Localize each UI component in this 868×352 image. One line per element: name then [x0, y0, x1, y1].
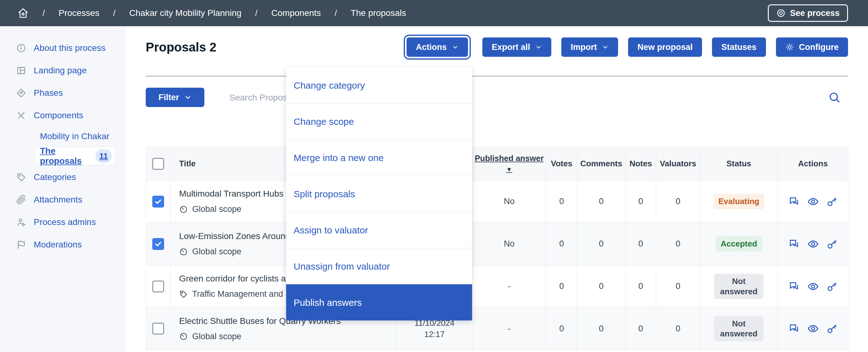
row-select-cell: [146, 223, 170, 266]
permissions-key-icon[interactable]: [827, 196, 838, 207]
see-process-button[interactable]: See process: [768, 4, 848, 22]
preview-eye-icon[interactable]: [807, 238, 819, 250]
sidebar-item-about[interactable]: About this process: [0, 37, 126, 59]
menu-item-change-category[interactable]: Change category: [286, 67, 472, 103]
paperclip-icon: [16, 195, 26, 205]
statuses-label: Statuses: [721, 42, 756, 52]
sidebar-item-label: Moderations: [34, 240, 82, 250]
page-title: Proposals 2: [146, 40, 217, 54]
breadcrumb-process-name[interactable]: Chakar city Mobility Planning: [129, 8, 242, 18]
chevron-down-icon: [602, 44, 609, 51]
header-comments: Comments: [577, 147, 626, 181]
comments-cell: 0: [577, 266, 626, 307]
row-checkbox[interactable]: [152, 238, 164, 250]
sidebar-item-the-proposals[interactable]: The proposals 11: [35, 147, 116, 165]
menu-item-split-proposals[interactable]: Split proposals: [286, 176, 472, 212]
layout-icon: [16, 65, 26, 76]
sidebar-item-landing-page[interactable]: Landing page: [0, 59, 126, 82]
row-select-cell: [146, 181, 170, 223]
valuators-cell: 0: [656, 223, 700, 266]
filter-button[interactable]: Filter: [146, 88, 204, 107]
menu-item-change-scope[interactable]: Change scope: [286, 103, 472, 140]
preview-eye-icon[interactable]: [807, 323, 819, 334]
new-proposal-label: New proposal: [638, 42, 693, 52]
export-all-label: Export all: [492, 42, 530, 52]
comment-icon[interactable]: [788, 238, 800, 250]
sidebar-item-label: Phases: [34, 88, 63, 98]
tools-icon: [16, 111, 26, 120]
page-head: Proposals 2 Actions Export all Import: [126, 37, 868, 57]
comment-icon[interactable]: [788, 196, 800, 207]
table-row-partial: [146, 350, 848, 352]
notes-cell: 0: [626, 223, 656, 266]
home-icon[interactable]: [18, 7, 29, 19]
tag-icon: [179, 290, 188, 299]
sidebar-item-process-admins[interactable]: Process admins: [0, 211, 126, 233]
sidebar-item-mobility-in-chakar[interactable]: Mobility in Chakar: [0, 127, 126, 146]
permissions-key-icon[interactable]: [827, 238, 838, 250]
configure-button[interactable]: Configure: [776, 37, 848, 57]
actions-button[interactable]: Actions: [407, 37, 468, 57]
status-badge: Not answered: [714, 274, 764, 299]
comment-icon[interactable]: [788, 281, 800, 292]
search-icon[interactable]: [828, 91, 841, 104]
row-checkbox[interactable]: [152, 323, 164, 334]
published-answer-cell: -: [472, 266, 546, 307]
clock-icon: [179, 205, 188, 214]
status-cell: Not answered: [700, 307, 778, 350]
header-actions: Actions: [778, 147, 848, 181]
votes-cell: 0: [546, 181, 577, 223]
permissions-key-icon[interactable]: [827, 281, 838, 292]
sidebar-item-label: Attachments: [34, 195, 82, 205]
breadcrumb-current[interactable]: The proposals: [351, 8, 406, 18]
sidebar-active-label: The proposals: [40, 146, 90, 166]
sort-desc-icon: ▼: [506, 166, 512, 173]
chevron-down-icon: [452, 44, 459, 51]
eye-circle-icon: [776, 8, 786, 18]
select-all-checkbox[interactable]: [152, 158, 164, 170]
configure-label: Configure: [799, 42, 839, 52]
published-answer-sort-link[interactable]: Published answer ▼: [472, 153, 546, 175]
sidebar-item-label: Landing page: [34, 65, 87, 76]
new-proposal-button[interactable]: New proposal: [628, 37, 702, 57]
published-answer-cell: No: [472, 223, 546, 266]
preview-eye-icon[interactable]: [807, 281, 819, 292]
valuators-cell: 0: [656, 181, 700, 223]
sidebar-item-categories[interactable]: Categories: [0, 166, 126, 188]
permissions-key-icon[interactable]: [827, 323, 838, 334]
sidebar-item-components[interactable]: Components: [0, 104, 126, 127]
menu-item-assign-to-valuator[interactable]: Assign to valuator: [286, 212, 472, 248]
row-checkbox[interactable]: [152, 281, 164, 292]
header-votes: Votes: [546, 147, 577, 181]
published-time: 12:17: [397, 329, 472, 340]
statuses-button[interactable]: Statuses: [712, 37, 766, 57]
import-button[interactable]: Import: [561, 37, 618, 57]
sidebar-item-attachments[interactable]: Attachments: [0, 188, 126, 211]
status-badge: Accepted: [715, 236, 762, 252]
preview-eye-icon[interactable]: [807, 196, 819, 207]
sidebar-item-phases[interactable]: Phases: [0, 82, 126, 104]
row-checkbox[interactable]: [152, 196, 164, 207]
menu-item-publish-answers[interactable]: Publish answers: [286, 284, 472, 321]
sidebar-item-label: Components: [34, 111, 83, 120]
proposal-scope: Global scope: [192, 332, 242, 342]
sidebar-item-label: Process admins: [34, 217, 96, 227]
export-all-button[interactable]: Export all: [483, 37, 551, 57]
sidebar-item-label: About this process: [34, 43, 105, 53]
menu-item-unassign-from-valuator[interactable]: Unassign from valuator: [286, 248, 472, 284]
actions-cell: [778, 223, 848, 266]
breadcrumb-components[interactable]: Components: [272, 8, 321, 18]
menu-item-merge-into-new[interactable]: Merge into a new one: [286, 140, 472, 176]
proposal-scope: Global scope: [192, 204, 242, 214]
valuators-cell: 0: [656, 266, 700, 307]
comment-icon[interactable]: [788, 323, 800, 334]
table-row: Green corridor for cyclists and Traffic …: [146, 266, 848, 307]
main-content: Proposals 2 Actions Export all Import: [126, 26, 868, 352]
tag-icon: [16, 172, 26, 182]
flag-icon: [16, 240, 26, 250]
actions-cell: [778, 266, 848, 307]
sidebar-item-moderations[interactable]: Moderations: [0, 233, 126, 256]
published-answer-cell: -: [472, 307, 546, 350]
breadcrumb-processes[interactable]: Processes: [59, 8, 99, 18]
table-header: Title Published answer ▼ Votes Comments …: [146, 147, 848, 181]
